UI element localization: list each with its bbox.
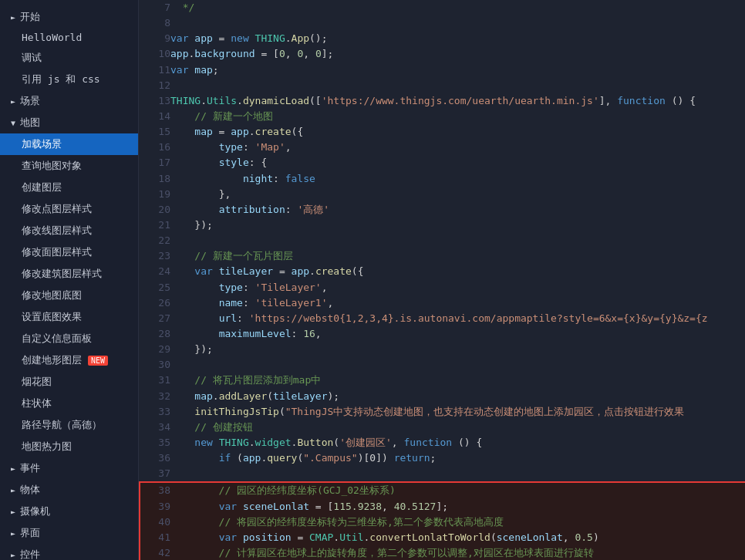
line-content: THING.Utils.dynamicLoad(['https://www.th… <box>170 93 745 109</box>
token-kw: false <box>285 173 315 184</box>
token-kw: return <box>394 452 430 464</box>
token-punc: . <box>213 390 219 402</box>
line-content: name: 'tileLayer1', <box>170 295 745 311</box>
sidebar-item-路径导航（高德）[interactable]: 路径导航（高德） <box>0 414 138 436</box>
sidebar-item-label: 地图 <box>20 116 40 130</box>
sidebar-item-HelloWorld[interactable]: HelloWorld <box>0 28 138 47</box>
sidebar-item-label: 地图热力图 <box>22 440 72 454</box>
sidebar-item-开始[interactable]: ►开始 <box>0 6 138 28</box>
token-punc: [ <box>273 48 279 59</box>
line-content: // 园区的经纬度坐标(GCJ_02坐标系) <box>170 482 745 498</box>
line-number: 14 <box>140 109 170 124</box>
code-table: 7 */8 9var app = new THING.App();10app.b… <box>139 0 745 560</box>
token-str: 'Map' <box>255 141 285 153</box>
token-str: 'TileLayer' <box>255 282 322 293</box>
sidebar-item-场景[interactable]: ►场景 <box>0 90 138 112</box>
token-plain <box>170 312 219 324</box>
token-var-name: position <box>243 531 292 543</box>
sidebar-item-创建图层[interactable]: 创建图层 <box>0 177 138 198</box>
code-line: 13THING.Utils.dynamicLoad(['https://www.… <box>140 93 745 109</box>
sidebar-item-label: 事件 <box>20 461 40 475</box>
token-var-name: app <box>231 126 248 137</box>
code-line: 22 <box>140 233 745 248</box>
token-fn: Button <box>297 437 333 448</box>
line-number: 20 <box>140 202 170 218</box>
chevron-icon: ► <box>11 529 15 538</box>
line-number: 7 <box>140 0 170 15</box>
line-number: 40 <box>140 514 170 530</box>
code-line: 36 if (app.query(".Campus")[0]) return; <box>140 450 745 466</box>
sidebar-item-label: 加载场景 <box>22 137 62 151</box>
token-prop: name <box>219 297 243 309</box>
token-str: 'https://www.thingjs.com/uearth/uearth.m… <box>322 95 599 106</box>
token-punc: : <box>243 141 255 153</box>
sidebar-item-查询地图对象[interactable]: 查询地图对象 <box>0 155 138 177</box>
sidebar-item-修改面图层样式[interactable]: 修改面图层样式 <box>0 241 138 263</box>
sidebar-item-地图热力图[interactable]: 地图热力图 <box>0 436 138 457</box>
token-punc: }, <box>219 188 231 200</box>
token-str: 'tileLayer1' <box>255 297 328 309</box>
sidebar-item-烟花图[interactable]: 烟花图 <box>0 371 138 393</box>
sidebar-item-设置底图效果[interactable]: 设置底图效果 <box>0 306 138 328</box>
sidebar-item-label: 开始 <box>20 10 40 24</box>
token-var-name: app <box>194 32 212 44</box>
sidebar-item-界面[interactable]: ►界面 <box>0 522 138 544</box>
sidebar-item-地图[interactable]: ▼地图 <box>0 112 138 133</box>
line-number: 27 <box>140 311 170 326</box>
token-obj: Utils <box>207 95 237 106</box>
code-line: 41 var position = CMAP.Util.convertLonla… <box>140 530 745 545</box>
token-punc: ]; <box>436 501 448 512</box>
line-number: 36 <box>140 450 170 466</box>
code-editor[interactable]: 7 */8 9var app = new THING.App();10app.b… <box>139 0 745 560</box>
badge-new: NEW <box>88 356 108 366</box>
token-fn: App <box>292 32 309 44</box>
sidebar-item-自定义信息面板[interactable]: 自定义信息面板 <box>0 328 138 349</box>
code-line: 16 type: 'Map', <box>140 140 745 155</box>
sidebar-item-label: 摄像机 <box>20 504 50 518</box>
sidebar-item-引用 js 和 css[interactable]: 引用 js 和 css <box>0 69 138 90</box>
sidebar-item-控件[interactable]: ►控件 <box>0 544 138 560</box>
token-var-name: app <box>243 452 261 464</box>
token-str: '创建园区' <box>339 437 392 448</box>
token-plain <box>170 343 194 355</box>
token-var-name: app <box>170 48 188 59</box>
line-number: 35 <box>140 435 170 450</box>
token-punc: : <box>243 282 255 293</box>
token-kw: var <box>219 501 243 512</box>
sidebar-item-摄像机[interactable]: ►摄像机 <box>0 501 138 522</box>
token-comment: // 将瓦片图层添加到map中 <box>170 374 321 386</box>
sidebar-item-柱状体[interactable]: 柱状体 <box>0 393 138 414</box>
token-fn: create <box>255 126 292 137</box>
line-content: var sceneLonlat = [115.9238, 40.5127]; <box>170 499 745 514</box>
line-number: 9 <box>140 31 170 46</box>
sidebar-item-事件[interactable]: ►事件 <box>0 457 138 479</box>
line-content: // 将园区的经纬度坐标转为三维坐标,第二个参数代表高地高度 <box>170 514 745 530</box>
token-punc: }); <box>194 343 212 355</box>
token-op: = <box>273 265 291 277</box>
sidebar-item-创建地形图层[interactable]: 创建地形图层NEW <box>0 349 138 371</box>
code-line: 39 var sceneLonlat = [115.9238, 40.5127]… <box>140 499 745 514</box>
line-number: 33 <box>140 404 170 420</box>
line-number: 18 <box>140 171 170 187</box>
line-number: 39 <box>140 499 170 514</box>
sidebar-item-label: 修改线图层样式 <box>22 224 92 238</box>
token-punc: )[0]) <box>358 452 394 464</box>
sidebar-item-物体[interactable]: ►物体 <box>0 479 138 501</box>
token-str: "ThingJS中支持动态创建地图，也支持在动态创建的地图上添加园区，点击按钮进… <box>285 406 685 417</box>
line-content: style: { <box>170 155 745 170</box>
sidebar-item-修改建筑图层样式[interactable]: 修改建筑图层样式 <box>0 263 138 285</box>
token-obj: CMAP <box>309 531 333 543</box>
token-str: '高德' <box>297 204 329 215</box>
token-punc: ( <box>231 452 243 464</box>
line-number: 17 <box>140 155 170 170</box>
token-obj: THING <box>255 32 285 44</box>
sidebar-item-调试[interactable]: 调试 <box>0 47 138 69</box>
sidebar-item-修改点图层样式[interactable]: 修改点图层样式 <box>0 198 138 220</box>
sidebar-item-修改地图底图[interactable]: 修改地图底图 <box>0 285 138 306</box>
token-punc: ) <box>593 531 599 543</box>
token-punc: . <box>285 32 292 44</box>
token-punc: . <box>237 95 243 106</box>
sidebar-item-加载场景[interactable]: 加载场景 <box>0 133 138 155</box>
sidebar-item-修改线图层样式[interactable]: 修改线图层样式 <box>0 220 138 241</box>
token-punc: : <box>243 297 255 309</box>
